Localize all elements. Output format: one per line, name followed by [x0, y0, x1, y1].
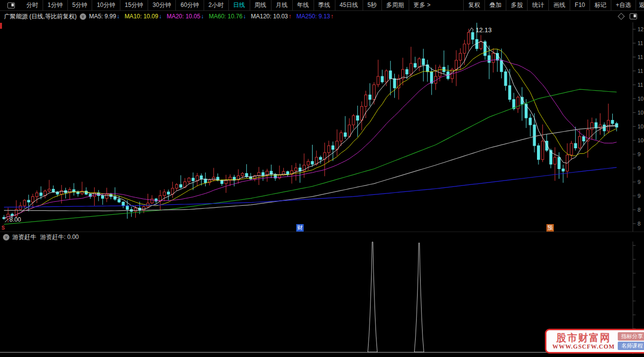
toolbar-tab-16[interactable]: 多周期 [381, 0, 409, 10]
toolbar-tab-14[interactable]: 45日线 [335, 0, 363, 10]
event-badge-财[interactable]: 财 [296, 224, 304, 232]
ma-label-ma5: MA5: 9.99↓ [89, 13, 120, 20]
trend-down-arrow-icon: ↓ [159, 13, 161, 20]
svg-text:11: 11 [638, 54, 643, 60]
toolbar-action-3[interactable]: 多股 [506, 0, 527, 10]
ma-label-ma20: MA20: 10.05↓ [166, 13, 204, 20]
trend-up-arrow-icon: ↑ [288, 13, 291, 20]
toolbar-tab-7[interactable]: 60分钟 [175, 0, 203, 10]
toolbar-actions: 复权叠加多股统计画线F10标记+自选返回 [463, 0, 644, 10]
watermark-badge-1: 指标分享 [618, 332, 644, 341]
indicator-chevron-circle-icon[interactable]: ∨ [3, 234, 9, 240]
svg-text:11: 11 [638, 82, 643, 88]
svg-text:11: 11 [638, 68, 643, 74]
title-bar-icons [619, 13, 637, 19]
trend-down-arrow-icon: ↓ [116, 13, 119, 20]
trend-down-arrow-icon: ↓ [243, 13, 246, 20]
ma-value: MA10: 10.09 [124, 13, 158, 20]
toolbar-tab-13[interactable]: 季线 [314, 0, 335, 10]
svg-text:8.00: 8.00 [9, 216, 21, 223]
svg-text:9: 9 [638, 151, 641, 157]
toolbar-action-5[interactable]: 画线 [548, 0, 570, 10]
toolbar-tab-8[interactable]: 2小时 [204, 0, 228, 10]
trading-app-window: 分时1分钟5分钟10分钟15分钟30分钟60分钟2小时日线周线月线年线季线45日… [0, 0, 644, 357]
toolbar-tab-9[interactable]: 日线 [228, 0, 250, 10]
toolbar-tab-11[interactable]: 月线 [271, 0, 292, 10]
toolbar-action-4[interactable]: 统计 [527, 0, 548, 10]
svg-text:9: 9 [638, 193, 641, 199]
watermark-box: 股市财富网 WWW.GSCFW.COM 指标分享名师课程 [545, 329, 644, 354]
main-chart-canvas[interactable]: S12111111111010101099998812.138.00 财预 [0, 22, 644, 232]
watermark-title: 股市财富网 [549, 332, 618, 343]
diamond-icon[interactable] [618, 13, 625, 20]
period-tabs: 分时1分钟5分钟10分钟15分钟30分钟60分钟2小时日线周线月线年线季线45日… [22, 0, 435, 10]
toolbar-action-8[interactable]: +自选 [611, 0, 636, 10]
svg-text:8: 8 [638, 221, 641, 227]
watermark-text: 股市财富网 WWW.GSCFW.COM [549, 332, 618, 351]
svg-text:9: 9 [638, 179, 641, 185]
ma-label-ma60: MA60: 10.76↓ [209, 13, 246, 20]
toolbar-tab-5[interactable]: 15分钟 [120, 0, 148, 10]
chevron-down-circle-icon[interactable]: ∨ [80, 13, 86, 20]
ma-label-ma250: MA250: 9.13↑ [296, 13, 333, 20]
toolbar-action-2[interactable]: 叠加 [484, 0, 506, 10]
trend-down-arrow-icon: ↓ [201, 13, 204, 20]
toolbar-tab-15[interactable]: 5秒 [363, 0, 381, 10]
window-split-icon-glyph [7, 2, 15, 8]
window-split-icon[interactable] [0, 0, 22, 10]
watermark-badges: 指标分享名师课程 [618, 332, 644, 351]
watermark-badge-2: 名师课程 [618, 342, 644, 350]
chart-title-bar: 广聚能源 (日线,等比前复权) ∨ MA5: 9.99↓MA10: 10.09↓… [0, 11, 644, 22]
svg-text:12: 12 [638, 26, 644, 32]
toolbar-action-7[interactable]: 标记 [590, 0, 611, 10]
toolbar-action-overflow[interactable]: 返回 [636, 0, 644, 10]
toolbar-tab-2[interactable]: 1分钟 [43, 0, 67, 10]
toolbar-action-6[interactable]: F10 [570, 0, 590, 10]
watermark-url: WWW.GSCFW.COM [549, 343, 618, 351]
toolbar-tab-12[interactable]: 年线 [292, 0, 314, 10]
toolbar-action-1[interactable]: 复权 [463, 0, 484, 10]
svg-text:11: 11 [638, 40, 643, 46]
toolbar-tab-3[interactable]: 5分钟 [67, 0, 92, 10]
toolbar-tab-6[interactable]: 30分钟 [148, 0, 175, 10]
ma-value: MA5: 9.99 [89, 13, 116, 20]
svg-text:10: 10 [638, 123, 644, 129]
svg-text:8: 8 [638, 207, 641, 213]
indicator-readout: 游资赶牛: 0.00 [40, 233, 79, 241]
ma-label-ma10: MA10: 10.09↓ [124, 13, 161, 20]
svg-text:12.13: 12.13 [476, 26, 492, 34]
period-toolbar: 分时1分钟5分钟10分钟15分钟30分钟60分钟2小时日线周线月线年线季线45日… [0, 0, 644, 11]
ma-readout-row: MA5: 9.99↓MA10: 10.09↓MA20: 10.05↓MA60: … [89, 13, 339, 20]
ma-value: MA250: 9.13 [296, 13, 330, 20]
event-badge-预[interactable]: 预 [546, 224, 554, 232]
svg-text:10: 10 [638, 96, 644, 102]
ma-label-ma120: MA120: 10.03↑ [251, 13, 292, 20]
toolbar-tab-1[interactable]: 分时 [22, 0, 43, 10]
ma-value: MA120: 10.03 [251, 13, 288, 20]
ma-value: MA60: 10.76 [209, 13, 242, 20]
svg-text:10: 10 [638, 137, 644, 143]
toolbar-tab-10[interactable]: 周线 [250, 0, 271, 10]
trend-up-arrow-icon: ↑ [330, 13, 333, 20]
svg-text:S: S [1, 225, 5, 231]
candlestick-chart: S12111111111010101099998812.138.00 [0, 22, 644, 232]
indicator-header: ∨ 游资赶牛 游资赶牛: 0.00 [0, 232, 644, 242]
svg-text:10: 10 [638, 110, 644, 116]
ma-value: MA20: 10.05 [166, 13, 200, 20]
toolbar-tab-4[interactable]: 10分钟 [92, 0, 119, 10]
indicator-name: 游资赶牛 [12, 233, 36, 241]
instrument-title: 广聚能源 (日线,等比前复权) [4, 12, 77, 21]
svg-text:9: 9 [638, 165, 641, 171]
toolbar-tab-17[interactable]: 更多 > [409, 0, 435, 10]
panel-layout-icon[interactable] [630, 13, 637, 19]
